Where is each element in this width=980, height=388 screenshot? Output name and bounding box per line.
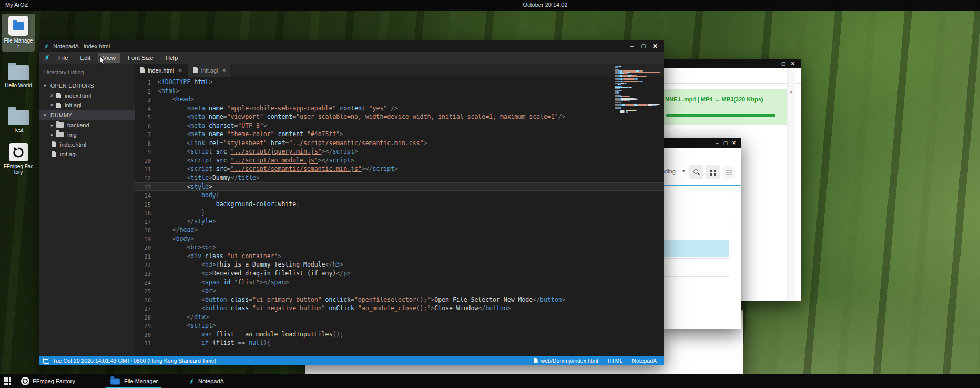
desktop-icon-ffmpeg-factory[interactable]: FFmpeg Factory <box>3 143 34 175</box>
code-line: 26 <button class="ui primary button" onc… <box>135 295 664 304</box>
conversion-task-label: NNE.L.mp4 | MP4 → MP3(320 Kbps) <box>665 96 763 103</box>
list-item[interactable] <box>663 198 729 217</box>
code-text: <title>Dummy</title> <box>158 173 260 182</box>
code-line: 31 if (flist == null){ <box>135 339 664 348</box>
close-icon[interactable]: ✕ <box>178 68 182 73</box>
taskbar-item-file-manager[interactable]: File Manager <box>105 374 162 388</box>
menu-item-edit[interactable]: Edit <box>76 53 96 63</box>
close-icon[interactable]: ✕ <box>222 68 226 73</box>
list-item[interactable] <box>663 240 729 257</box>
maximize-button[interactable]: ▢ <box>721 141 730 146</box>
taskbar-item-ffmpeg-factory[interactable]: FFmpeg Factory <box>17 374 79 388</box>
tab-index-html[interactable]: index.html✕ <box>135 64 188 77</box>
chevron-right-icon: ▸ <box>51 132 56 137</box>
tab-init-agi[interactable]: init.agi✕ <box>188 64 232 77</box>
code-line: 30 var flist = ao_module_loadInputFiles(… <box>135 330 664 339</box>
file-icon <box>52 141 56 147</box>
code-editor[interactable]: index.html✕init.agi✕ 1<!DOCTYPE html>2<h… <box>135 64 664 356</box>
file-icon <box>140 67 145 73</box>
minimize-button[interactable]: – <box>626 44 638 49</box>
code-text: <meta charset="UTF-8"> <box>158 121 267 130</box>
taskbar-item-notepada[interactable]: NotepadA <box>184 374 228 388</box>
code-line: 15 background-color:white; <box>135 200 664 209</box>
code-line: 7 <meta name="theme-color" content="#4b7… <box>135 130 664 139</box>
line-number: 1 <box>135 78 151 87</box>
line-number: 4 <box>135 104 151 113</box>
line-number: 15 <box>135 200 151 209</box>
close-icon[interactable]: ✕ <box>649 43 661 49</box>
window-title: NotepadA - index.html <box>53 43 110 49</box>
menu-item-help[interactable]: Help <box>161 53 183 63</box>
tree-item-init-agi[interactable]: init.agi <box>39 149 135 159</box>
menu-item-view[interactable]: View <box>98 53 120 63</box>
notepada-logo-icon <box>188 378 195 385</box>
list-view-button[interactable] <box>722 166 735 179</box>
code-line: 16 } <box>135 208 664 217</box>
minimize-button[interactable]: – <box>713 141 721 146</box>
tree-item-index-html[interactable]: index.html <box>39 140 135 150</box>
list-item[interactable] <box>663 216 729 232</box>
list-window-titlebar[interactable]: – ▢ ✕ <box>660 138 741 148</box>
line-number: 5 <box>135 113 151 121</box>
desktop-icon-file-manager[interactable]: File Manager <box>2 14 35 52</box>
line-number: 29 <box>135 321 151 330</box>
code-line: 23 <p>Received drag-in filelist (if any)… <box>135 269 664 278</box>
grid-icon <box>710 170 712 172</box>
menu-item-file[interactable]: File <box>54 53 73 63</box>
line-number: 19 <box>135 234 151 243</box>
notepada-titlebar[interactable]: NotepadA - index.html – ▢ ✕ <box>39 40 664 52</box>
apps-grid-icon[interactable] <box>4 377 6 380</box>
folder-icon <box>8 110 29 125</box>
tree-section-open-editors[interactable]: ▾OPEN EDITORS <box>39 81 135 91</box>
code-line: 3 <head> <box>135 95 664 104</box>
close-icon[interactable]: ✕ <box>730 141 738 146</box>
line-number: 22 <box>135 260 151 269</box>
tab-label: init.agi <box>201 67 218 74</box>
close-icon[interactable]: ✕ <box>50 103 56 108</box>
code-text: background-color:white; <box>158 200 300 209</box>
tree-item-img[interactable]: ▸img <box>39 130 135 140</box>
menu-bar: FileEditViewFont SizeHelp <box>39 52 664 64</box>
code-line: 19 <body> <box>135 234 664 243</box>
tab-label: index.html <box>148 67 174 74</box>
tree-item-index-html[interactable]: ✕index.html <box>39 91 135 101</box>
search-button[interactable] <box>689 165 703 179</box>
code-line: 17 </style> <box>135 217 664 226</box>
menu-item-font-size[interactable]: Font Size <box>123 53 158 63</box>
ffmpeg-window-titlebar[interactable]: – ▢ ✕ <box>661 59 801 68</box>
folder-icon <box>13 22 24 30</box>
code-area[interactable]: 1<!DOCTYPE html>2<html>3 <head>4 <meta n… <box>135 77 664 356</box>
grid-view-button[interactable] <box>706 165 720 179</box>
desktop-icon-hello-world[interactable]: Hello World <box>3 62 34 88</box>
code-line: 18 </head> <box>135 226 664 234</box>
line-number: 20 <box>135 243 151 252</box>
chevron-down-icon[interactable]: ▾ <box>682 168 685 173</box>
code-text: <br> <box>158 287 216 295</box>
desktop-icon-test[interactable]: Test <box>3 107 34 133</box>
scrollbar[interactable]: ▲ <box>787 68 795 301</box>
tree-item-init-agi[interactable]: ✕init.agi <box>39 100 135 110</box>
tree-item-backend[interactable]: ▸backend <box>39 120 135 130</box>
folder-icon <box>56 122 64 128</box>
code-line: 24 <span id="flist"></span> <box>135 278 664 287</box>
tree-item-label: init.agi <box>60 151 77 157</box>
scroll-up-icon[interactable]: ▲ <box>788 89 795 94</box>
close-icon[interactable]: ✕ <box>50 93 56 98</box>
code-text: <body> <box>158 234 194 243</box>
code-line: 5 <meta name="viewport" content="user-sc… <box>135 113 664 121</box>
minimize-button[interactable]: – <box>769 62 779 66</box>
accent-divider <box>660 185 741 186</box>
list-item[interactable] <box>663 258 729 277</box>
close-icon[interactable]: ✕ <box>788 62 798 66</box>
maximize-button[interactable]: ▢ <box>779 62 788 66</box>
code-line: 10 <script src="../script/ao_module.js">… <box>135 156 664 165</box>
taskbar-item-label: File Manager <box>124 378 158 384</box>
tree-section-dummy[interactable]: ▾DUMMY <box>39 110 135 120</box>
code-line: 6 <meta charset="UTF-8"> <box>135 121 664 130</box>
folder-icon <box>56 132 64 137</box>
code-text: </div> <box>158 313 209 322</box>
code-line: 9 <script src="../script/jquery.min.js">… <box>135 147 664 156</box>
minimap[interactable] <box>615 66 660 113</box>
maximize-button[interactable]: ▢ <box>638 44 649 49</box>
line-number: 16 <box>135 208 151 217</box>
